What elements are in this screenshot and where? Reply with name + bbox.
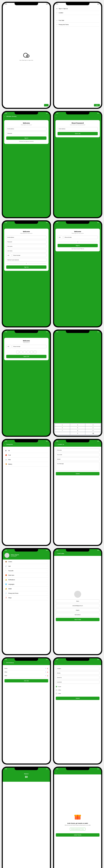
back-icon[interactable]: ‹ xyxy=(4,443,5,445)
menu-foodsale[interactable]: ○Food Sale xyxy=(56,19,100,23)
addnew-button[interactable]: Add new xyxy=(4,679,48,682)
svg-point-0 xyxy=(26,55,28,57)
email-field[interactable]: Email address xyxy=(58,127,98,130)
signin-button[interactable]: Sign In xyxy=(58,244,98,247)
signin-button[interactable]: Sign In xyxy=(6,136,46,140)
email-field[interactable]: Email address xyxy=(6,127,46,130)
numeric-keyboard[interactable]: 123 456 789 0⌫ xyxy=(54,423,101,436)
menu-location[interactable]: ○Location xyxy=(56,11,100,15)
back-icon[interactable]: ‹ xyxy=(56,116,56,117)
skip-button[interactable]: → xyxy=(44,104,48,106)
delete-icon: 🗑 xyxy=(47,668,48,669)
cloud-logo-icon xyxy=(23,52,30,58)
cat-bakery[interactable]: 🍞Bakery xyxy=(4,462,48,466)
cat-all[interactable]: ▦All xyxy=(4,448,48,453)
skip-button[interactable]: SKIP xyxy=(94,104,100,106)
cat-rice[interactable]: 🍚Rice xyxy=(4,458,48,462)
submit-button[interactable]: Submit xyxy=(56,472,100,475)
profile-header[interactable]: Rahul Tagore919033888994 xyxy=(3,551,50,559)
edit-icon: ✎ xyxy=(45,668,46,669)
menu-signin[interactable]: ●Sign In / Sign Up xyxy=(56,7,100,11)
save-profile-button[interactable]: Save Profile xyxy=(56,618,100,621)
gift-icon xyxy=(73,812,82,821)
submit-button[interactable]: Submit xyxy=(56,696,100,700)
back-icon[interactable]: ‹ xyxy=(4,116,5,117)
otp-inputs[interactable] xyxy=(6,351,46,353)
password-field[interactable]: Password xyxy=(6,132,46,135)
sendlink-button[interactable]: Send Link xyxy=(58,132,98,135)
signup-button[interactable]: Sign Up xyxy=(6,266,46,269)
invite-button[interactable]: Invite Friends xyxy=(56,833,100,837)
avatar xyxy=(4,553,9,558)
splash-message: Oops. Please sign in or sign up first. xyxy=(20,60,33,61)
referral-code[interactable]: RFR1665467753 xyxy=(70,828,85,831)
menu-privacy[interactable]: ○Privacy And Terms xyxy=(56,23,100,27)
avatar-upload[interactable] xyxy=(74,591,81,598)
cat-fruit[interactable]: 🍎Fruit xyxy=(4,453,48,458)
svg-rect-3 xyxy=(77,815,78,819)
sendotp-button[interactable]: Send OTP xyxy=(6,355,46,358)
